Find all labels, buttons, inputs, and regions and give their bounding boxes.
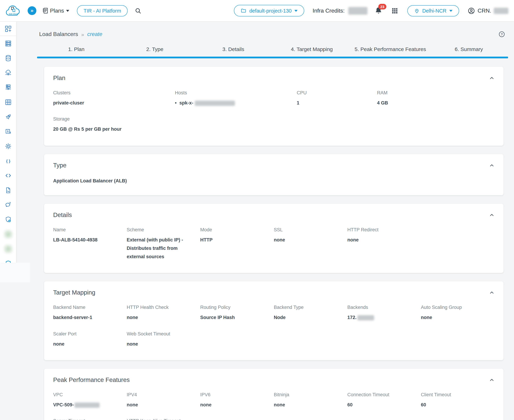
folder-icon (241, 8, 246, 14)
sidebar-item-compute[interactable] (0, 36, 16, 51)
field-bitninja: Bitninja none (274, 392, 347, 409)
apps-grid-button[interactable] (391, 8, 398, 14)
redacted-vpc-value (75, 403, 100, 408)
sidebar-item-support[interactable]: ? (0, 197, 16, 212)
step-6-summary[interactable]: 6. Summary (430, 46, 508, 52)
sidebar-expand-button[interactable]: » (28, 6, 36, 15)
search-icon[interactable] (135, 7, 142, 14)
breadcrumb-load-balancers[interactable]: Load Balancers (39, 31, 78, 38)
sidebar-shadow-panel (0, 263, 30, 282)
details-card-title: Details (53, 211, 72, 218)
chevron-down-icon (449, 10, 453, 12)
type-collapse-button[interactable] (489, 163, 494, 168)
step-4-target-mapping[interactable]: 4. Target Mapping (273, 46, 351, 52)
infra-credits-label: Infra Credits: (313, 8, 345, 14)
blurred-icon (4, 230, 12, 238)
step-2-type[interactable]: 2. Type (115, 46, 194, 52)
sidebar-item-security[interactable] (0, 212, 16, 227)
user-account[interactable]: CRN. (468, 7, 508, 15)
sidebar-item-billing[interactable]: $ (0, 124, 16, 139)
sidebar-item-code[interactable] (0, 168, 16, 183)
redacted-backend-ip (357, 315, 374, 321)
crn-label: CRN. (478, 8, 491, 14)
page: E2E Cloud » Plans TIR - AI Platform defa… (0, 0, 514, 420)
notifications-button[interactable]: 23 (374, 7, 382, 15)
code-icon (4, 172, 12, 179)
field-connection-timeout: Connection Timeout 60 (347, 392, 421, 409)
svg-text:$: $ (7, 130, 8, 133)
svg-text:?: ? (501, 32, 503, 36)
chevron-up-icon (489, 75, 494, 81)
apps-grid-icon (391, 8, 398, 14)
project-name: default-project-130 (249, 8, 292, 14)
field-auto-scaling-group: Auto Scaling Group none (421, 305, 494, 322)
e2e-cloud-logo[interactable]: E2E Cloud (5, 3, 22, 19)
target-mapping-card-title: Target Mapping (53, 289, 95, 296)
sidebar-item-documents[interactable] (0, 183, 16, 197)
field-client-timeout: Client Timeout 60 (421, 392, 494, 409)
project-selector[interactable]: default-project-130 (234, 5, 304, 16)
plans-label: Plans (50, 8, 64, 14)
sidebar-item-settings[interactable] (0, 139, 16, 153)
location-pin-icon (414, 8, 419, 14)
shield-key-icon (4, 260, 12, 263)
sidebar-item-cloud-network[interactable] (0, 65, 16, 80)
plan-card: Plan Clusters private-cluser Hosts •spk-… (44, 67, 504, 146)
shield-user-icon (4, 216, 12, 223)
field-backend-name: Backend Name backend-server-1 (53, 305, 127, 322)
sidebar-item-blurred-1[interactable] (0, 227, 16, 241)
field-http-keep-alive-timeout: HTTP Keep Alive Timeout 60 (127, 419, 200, 420)
target-mapping-card: Target Mapping Backend Name backend-serv… (44, 281, 504, 360)
tir-label: TIR - AI Platform (84, 8, 121, 14)
infra-credits: Infra Credits: (313, 7, 367, 15)
details-collapse-button[interactable] (489, 212, 494, 218)
field-http-health-check: HTTP Health Check none (127, 305, 200, 322)
sidebar-item-shield-key[interactable] (0, 256, 16, 263)
database-icon (4, 54, 12, 62)
field-scheme: Scheme External (with public IP) - Distr… (127, 227, 200, 261)
field-web-socket-timeout: Web Socket Timeout none (127, 331, 200, 349)
wizard-progress-bar (37, 57, 508, 58)
rocket-icon (4, 113, 12, 120)
step-1-plan[interactable]: 1. Plan (37, 46, 115, 52)
field-ram: RAM 4 GB (377, 90, 494, 107)
braces-icon: { } (4, 157, 12, 165)
avatar-icon (468, 7, 475, 15)
sidebar-item-launch[interactable] (0, 109, 16, 124)
load-balancer-type-value: Application Load Balancer (ALB) (53, 178, 494, 183)
support-chat-icon: ? (4, 201, 12, 209)
type-card-title: Type (53, 162, 66, 169)
redacted-host-value (195, 101, 235, 106)
sidebar-item-database[interactable] (0, 51, 16, 65)
create-service-icon (4, 25, 12, 32)
help-icon: ? (498, 31, 505, 38)
field-name: Name LB-ALB-54140-4938 (53, 227, 127, 261)
field-server-timeout: Server Timeout 60 (53, 419, 127, 420)
cloud-network-icon (4, 69, 12, 76)
peak-collapse-button[interactable] (489, 377, 494, 382)
chevron-down-icon (66, 10, 69, 12)
sidebar-item-api[interactable]: { } (0, 153, 16, 168)
sidebar-item-blurred-2[interactable] (0, 241, 16, 256)
type-card: Type Application Load Balancer (ALB) (44, 154, 504, 195)
sidebar-item-server-network[interactable] (0, 80, 16, 95)
step-5-peak-performance[interactable]: 5. Peak Performance Features (351, 46, 430, 52)
plans-icon (42, 7, 49, 14)
sidebar-item-create-service[interactable] (0, 22, 16, 36)
region-selector[interactable]: Delhi-NCR (407, 5, 459, 16)
sidebar-item-storage[interactable] (0, 95, 16, 109)
field-backend-type: Backend Type Node (274, 305, 347, 322)
storage-icon (4, 98, 12, 106)
help-button[interactable]: ? (498, 31, 505, 38)
breadcrumb: Load Balancers » create ? (39, 31, 508, 38)
step-3-details[interactable]: 3. Details (194, 46, 273, 52)
plans-menu[interactable]: Plans (42, 7, 69, 14)
server-network-icon (4, 84, 12, 91)
tir-ai-platform-button[interactable]: TIR - AI Platform (77, 5, 128, 16)
redacted-credits-value (348, 7, 367, 15)
target-collapse-button[interactable] (489, 290, 494, 295)
billing-icon: $ (4, 128, 12, 135)
plan-collapse-button[interactable] (489, 75, 494, 81)
field-routing-policy: Routing Policy Source IP Hash (200, 305, 274, 322)
field-cpu: CPU 1 (297, 90, 377, 107)
